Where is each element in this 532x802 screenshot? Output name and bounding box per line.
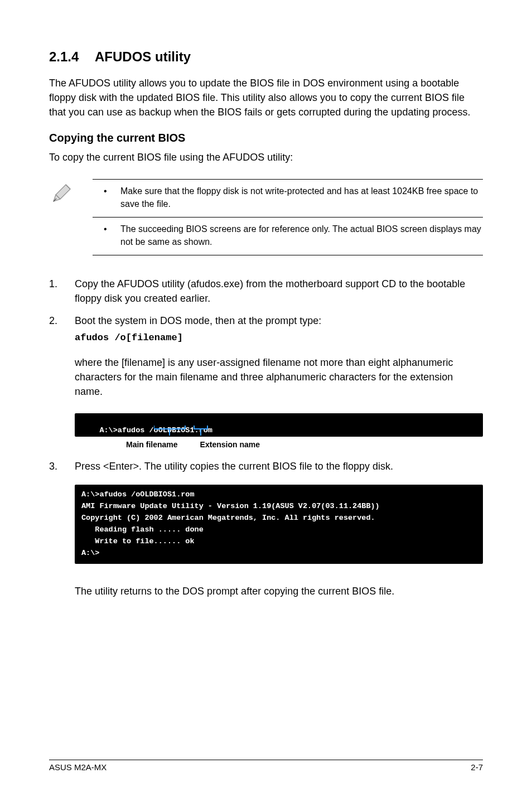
terminal-example-1: A:\>afudos /oOLDBIOS1.rom Main filename … — [75, 413, 483, 449]
note-item: • Make sure that the floppy disk is not … — [93, 185, 483, 210]
step-number: 2. — [49, 313, 75, 345]
bracket-annotation-icon — [154, 426, 243, 438]
note-text: Make sure that the floppy disk is not wr… — [120, 185, 483, 210]
section-heading: 2.1.4AFUDOS utility — [49, 49, 483, 65]
subsection-heading: Copying the current BIOS — [49, 132, 483, 144]
bullet-icon: • — [104, 185, 120, 210]
step-text: Boot the system in DOS mode, then at the… — [75, 313, 483, 345]
list-item: 2. Boot the system in DOS mode, then at … — [49, 313, 483, 345]
terminal-line: A:\>afudos /oOLDBIOS1.rom — [81, 490, 195, 499]
footer-left: ASUS M2A-MX — [49, 762, 107, 772]
list-item: 1. Copy the AFUDOS utility (afudos.exe) … — [49, 277, 483, 306]
terminal-line: Copyright (C) 2002 American Megatrends, … — [81, 514, 375, 522]
pencil-icon — [50, 182, 72, 207]
section-intro: The AFUDOS utility allows you to update … — [49, 76, 483, 119]
note-block: • Make sure that the floppy disk is not … — [50, 179, 483, 255]
step-text: Press <Enter>. The utility copies the cu… — [75, 459, 483, 474]
subsection-lead: To copy the current BIOS file using the … — [49, 150, 483, 165]
terminal-labels: Main filename Extension name — [75, 440, 483, 449]
step-number: 1. — [49, 277, 75, 306]
note-text: The succeeding BIOS screens are for refe… — [120, 223, 483, 248]
terminal-line: A:\> — [81, 549, 99, 557]
bullet-icon: • — [104, 223, 120, 248]
steps-list: 1. Copy the AFUDOS utility (afudos.exe) … — [49, 277, 483, 345]
label-extension-name: Extension name — [200, 440, 260, 449]
page-footer: ASUS M2A-MX 2-7 — [49, 760, 483, 772]
terminal-line: AMI Firmware Update Utility - Version 1.… — [81, 502, 380, 510]
terminal-line: Reading flash ..... done — [81, 525, 204, 534]
note-divider — [93, 217, 483, 218]
code-command: afudos /o[filename] — [75, 331, 483, 345]
step-explain: where the [filename] is any user-assigne… — [75, 355, 483, 399]
footer-page-number: 2-7 — [471, 762, 483, 772]
section-number: 2.1.4 — [49, 49, 95, 65]
list-item: 3. Press <Enter>. The utility copies the… — [49, 459, 483, 474]
terminal-example-2: A:\>afudos /oOLDBIOS1.rom AMI Firmware U… — [75, 485, 483, 564]
label-main-filename: Main filename — [126, 440, 178, 449]
step-text-line: Boot the system in DOS mode, then at the… — [75, 315, 321, 326]
note-content: • Make sure that the floppy disk is not … — [93, 179, 483, 255]
closing-note: The utility returns to the DOS prompt af… — [75, 584, 483, 598]
terminal-output: A:\>afudos /oOLDBIOS1.rom — [75, 413, 483, 437]
step-text: Copy the AFUDOS utility (afudos.exe) fro… — [75, 277, 483, 306]
section-title: AFUDOS utility — [95, 49, 191, 64]
steps-list-cont: 3. Press <Enter>. The utility copies the… — [49, 459, 483, 474]
step-number: 3. — [49, 459, 75, 474]
terminal-line: Write to file...... ok — [81, 537, 195, 545]
note-item: • The succeeding BIOS screens are for re… — [93, 223, 483, 248]
